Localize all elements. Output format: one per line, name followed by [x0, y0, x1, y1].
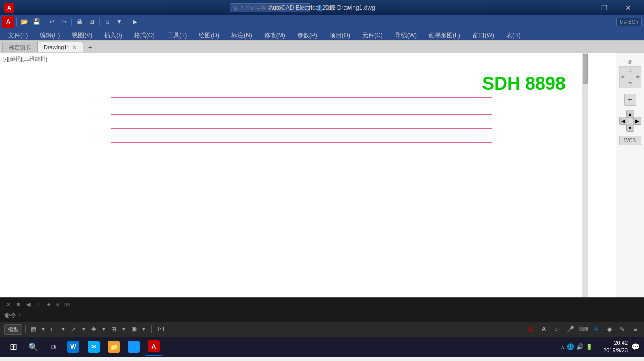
restore-btn[interactable]: ❒: [593, 0, 616, 15]
a-icon[interactable]: A: [539, 325, 548, 334]
tab-window[interactable]: 窗口(W): [466, 30, 500, 40]
status-left: 模型 ▦ ▼ ⊏ ▼ ↗ ▼ ✚ ▼ ⊞ ▼ ▣ ▼ 1:1: [4, 324, 167, 335]
taskbar-app-explorer[interactable]: 📁: [105, 338, 123, 356]
clock-time: 20:42: [603, 339, 628, 347]
tab-tools[interactable]: 工具(T): [161, 30, 193, 40]
notify-icon[interactable]: ✎: [618, 325, 627, 334]
taskbar-app-autocad[interactable]: A: [145, 338, 163, 356]
qa-separator-3: [71, 18, 72, 26]
tab-insert[interactable]: 插入(I): [98, 30, 128, 40]
model-tab-btn[interactable]: 模型: [4, 324, 22, 335]
grid-toggle-btn[interactable]: ▦: [29, 325, 38, 334]
search-taskbar-btn[interactable]: 🔍: [24, 338, 42, 356]
cmd-expand-icon[interactable]: ↕: [34, 300, 42, 308]
workspace-btn[interactable]: ⌂: [102, 16, 113, 27]
system-clock[interactable]: 20:42 2019/9/23: [603, 339, 628, 355]
a2-icon[interactable]: A: [592, 325, 601, 334]
polar-btn[interactable]: ✚: [89, 325, 98, 334]
pan-down-btn[interactable]: ▼: [626, 124, 634, 132]
status-right: S A ☺ 🎤 ⌨ A ◆ ✎ ≡: [526, 325, 640, 334]
pan-right-btn[interactable]: ▶: [633, 117, 641, 125]
new-tab-btn[interactable]: +: [85, 42, 95, 52]
tab-annotate[interactable]: 标注(N): [225, 30, 258, 40]
drawing1-close-icon[interactable]: ✕: [72, 45, 76, 50]
taskbar-left: ⊞ 🔍 ⧉ W ✉ 📁 🌐 A: [4, 338, 163, 356]
layer-icon[interactable]: ≡: [631, 325, 640, 334]
undo-btn[interactable]: ↩: [46, 16, 57, 27]
tab-drawing1[interactable]: Drawing1* ✕: [37, 42, 83, 52]
diamond-icon[interactable]: ◆: [605, 325, 614, 334]
cmd-grid-icon[interactable]: ⊞: [44, 300, 52, 308]
ortho-dropdown-btn[interactable]: ▼: [79, 325, 88, 334]
zoom-fit-btn[interactable]: +: [624, 94, 636, 106]
tab-param[interactable]: 参数(P): [291, 30, 324, 40]
pan-center-btn[interactable]: [627, 117, 634, 124]
scrollbar-thumb[interactable]: [583, 54, 588, 84]
tab-format[interactable]: 格式(O): [128, 30, 161, 40]
preview-btn[interactable]: ⊞: [86, 16, 97, 27]
cmd-close-icon[interactable]: ✕: [4, 300, 12, 308]
start-btn[interactable]: ⊞: [4, 338, 22, 356]
tab-project[interactable]: 项目(O): [324, 30, 356, 40]
taskbar-app-mail[interactable]: ✉: [85, 338, 103, 356]
keyboard-icon[interactable]: ⌨: [579, 325, 588, 334]
isnap-dropdown-btn[interactable]: ▼: [119, 325, 128, 334]
taskbar-app-browser[interactable]: 🌐: [125, 338, 143, 356]
drawing1-label: Drawing1*: [44, 44, 69, 50]
cmd-back-icon[interactable]: ◀: [24, 300, 32, 308]
open-btn[interactable]: 📂: [19, 16, 30, 27]
task-view-btn[interactable]: ⧉: [44, 338, 62, 356]
canvas-area[interactable]: [-][俯视][二维线框] SDH 8898: [0, 53, 616, 297]
s-icon[interactable]: S: [526, 325, 535, 334]
command-input[interactable]: [25, 312, 640, 319]
isnap-btn[interactable]: ⊞: [109, 325, 118, 334]
taskbar-app-windows[interactable]: W: [64, 338, 83, 356]
save-btn[interactable]: 💾: [31, 16, 42, 27]
vertical-scrollbar[interactable]: [582, 53, 588, 297]
tab-edit[interactable]: 编辑(E): [34, 30, 66, 40]
app-menu-btn[interactable]: A: [2, 16, 14, 28]
plot-btn[interactable]: 🖶: [74, 16, 85, 27]
mic-icon[interactable]: 🎤: [566, 325, 575, 334]
cmd-menu-icon[interactable]: ≡: [14, 300, 22, 308]
tab-component[interactable]: 元件(C): [356, 30, 389, 40]
tab-fixed-views[interactable]: 标定项卡: [2, 42, 37, 52]
tab-ladder[interactable]: 画梯形图(L): [423, 30, 466, 40]
tab-table[interactable]: 表(H): [500, 30, 527, 40]
tab-file[interactable]: 文件(F): [2, 30, 34, 40]
nav-top-face: 上: [628, 68, 632, 73]
polar-dropdown-btn[interactable]: ▼: [99, 325, 108, 334]
tray-expand-btn[interactable]: ∧: [561, 344, 565, 350]
status-sep-2: [151, 325, 152, 333]
battery-icon[interactable]: 🔋: [586, 344, 593, 350]
pan-left-btn[interactable]: ◀: [619, 117, 627, 125]
network-icon[interactable]: 🌐: [567, 343, 574, 350]
ribbon: 文件(F) 编辑(E) 视图(V) 插入(I) 格式(O) 工具(T) 绘图(D…: [0, 28, 644, 41]
tab-view[interactable]: 视图(V): [66, 30, 98, 40]
volume-icon[interactable]: 🔊: [576, 343, 584, 350]
face-icon[interactable]: ☺: [552, 325, 561, 334]
nav-cube[interactable]: 上 下 左 右: [619, 66, 641, 88]
nav-right-face: 右: [636, 75, 640, 80]
wcs-btn[interactable]: WCS: [619, 136, 641, 145]
linewt-btn[interactable]: ▣: [129, 325, 138, 334]
close-btn[interactable]: ✕: [617, 0, 640, 15]
status-sep-1: [25, 325, 26, 333]
notification-btn[interactable]: 💬: [631, 342, 640, 351]
workspace-dropdown[interactable]: ▼: [114, 16, 125, 27]
toolbar-toggle[interactable]: ▶: [129, 16, 140, 27]
grid-dropdown-btn[interactable]: ▼: [39, 325, 48, 334]
tab-wire[interactable]: 导线(W): [389, 30, 423, 40]
ribbon-tab-bar: 文件(F) 编辑(E) 视图(V) 插入(I) 格式(O) 工具(T) 绘图(D…: [0, 28, 644, 40]
redo-btn[interactable]: ↪: [58, 16, 69, 27]
nav-bottom-face: 下: [628, 81, 632, 87]
snap-btn[interactable]: ⊏: [49, 325, 58, 334]
tab-draw[interactable]: 绘图(D): [193, 30, 225, 40]
tab-modify[interactable]: 修改(M): [258, 30, 291, 40]
linewt-dropdown-btn[interactable]: ▼: [139, 325, 148, 334]
ortho-btn[interactable]: ↗: [69, 325, 78, 334]
qa-separator-2: [44, 18, 44, 26]
title-left: A: [4, 3, 14, 13]
snap-dropdown-btn[interactable]: ▼: [59, 325, 68, 334]
minimize-btn[interactable]: ─: [569, 0, 592, 15]
